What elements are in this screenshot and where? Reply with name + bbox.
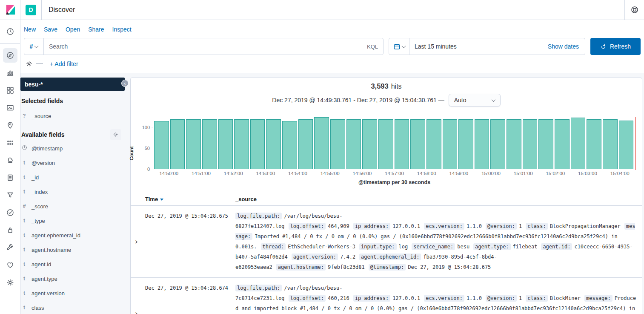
histogram-bar[interactable] [314, 117, 329, 169]
nav-management-icon[interactable] [3, 275, 17, 290]
field-item-_index[interactable]: t_index [20, 184, 125, 199]
field-name: @version [31, 160, 55, 166]
interval-select[interactable]: Auto [449, 94, 501, 107]
nav-stack-monitoring-icon[interactable] [3, 258, 17, 272]
field-settings-gear-icon[interactable] [110, 129, 121, 140]
menu-item-save[interactable]: Save [44, 26, 57, 33]
histogram-bar[interactable] [475, 119, 489, 169]
field-item-agent.ephemeral_id[interactable]: tagent.ephemeral_id [20, 228, 125, 242]
menu-item-open[interactable]: Open [66, 26, 80, 33]
nav-infrastructure-icon[interactable] [3, 170, 17, 185]
y-axis-tick-label: 0 [147, 167, 150, 172]
histogram-bar[interactable] [202, 119, 217, 169]
histogram-bar[interactable] [346, 119, 361, 169]
histogram-bar[interactable] [619, 121, 634, 169]
help-icon[interactable] [624, 0, 644, 20]
histogram-bar[interactable] [298, 119, 313, 169]
discover-results-panel: 3,593hits Dec 27, 2019 @ 14:49:30.761 - … [130, 78, 642, 314]
histogram-bar[interactable] [538, 119, 553, 169]
field-item-_id[interactable]: t_id [20, 170, 125, 184]
histogram-bar[interactable] [362, 119, 377, 169]
histogram-bar[interactable] [266, 119, 281, 169]
field-item-@timestamp[interactable]: @timestamp [20, 141, 125, 156]
time-range-value[interactable]: Last 15 minutes [409, 43, 548, 50]
histogram-bar[interactable] [234, 119, 249, 169]
histogram-bar[interactable] [603, 119, 618, 169]
kql-language-toggle[interactable]: KQL [362, 43, 383, 50]
nav-discover-icon[interactable] [3, 48, 17, 63]
histogram-bar[interactable] [458, 119, 473, 169]
field-key-badge: ecs.version: [424, 223, 464, 230]
menu-item-share[interactable]: Share [88, 26, 104, 33]
index-pattern-selector[interactable]: besu-* [20, 78, 125, 91]
histogram-bar[interactable] [218, 119, 233, 169]
histogram-bar[interactable] [395, 119, 409, 169]
expand-row-button[interactable]: › [134, 211, 145, 272]
field-item-@version[interactable]: t@version [20, 156, 125, 170]
histogram-bar[interactable] [587, 119, 601, 169]
field-item-agent.id[interactable]: tagent.id [20, 257, 125, 271]
nav-logs-icon[interactable] [3, 153, 17, 167]
x-axis-tick-label: 14:53:00 [256, 171, 275, 176]
histogram-bar[interactable] [378, 119, 393, 169]
saved-query-menu-button[interactable]: # [24, 38, 44, 55]
top-bar: D Discover [0, 0, 644, 20]
x-axis-tick-label: 14:58:00 [417, 171, 436, 176]
histogram-bar[interactable] [426, 119, 441, 169]
nav-dev-tools-icon[interactable] [3, 240, 17, 255]
menu-item-inspect[interactable]: Inspect [112, 26, 132, 33]
histogram-bar[interactable] [330, 119, 345, 169]
expand-row-button[interactable]: › [134, 283, 145, 314]
divider [41, 0, 42, 20]
histogram-bar[interactable] [282, 121, 297, 169]
nav-canvas-icon[interactable] [3, 101, 17, 115]
field-key-badge: @timestamp: [369, 264, 406, 271]
kibana-logo[interactable] [0, 4, 20, 15]
filter-settings-gear-icon[interactable] [26, 60, 33, 67]
histogram-bar[interactable] [571, 118, 586, 169]
sort-descending-icon[interactable] [160, 199, 163, 201]
histogram-bar[interactable] [186, 119, 201, 169]
nav-apm-icon[interactable] [3, 188, 17, 202]
histogram-bar[interactable] [490, 119, 505, 169]
histogram-bar[interactable] [523, 119, 538, 169]
field-name: _score [31, 203, 48, 210]
time-column-header[interactable]: Time [145, 196, 235, 202]
field-name: _source [31, 113, 51, 119]
field-item-agent.type[interactable]: tagent.type [20, 271, 125, 286]
row-timestamp: Dec 27, 2019 @ 15:04:28.674 [145, 283, 235, 314]
nav-maps-icon[interactable] [3, 118, 17, 133]
field-item-_type[interactable]: t_type [20, 213, 125, 228]
histogram-bar[interactable] [170, 119, 185, 169]
documents-table: Time _source ›Dec 27, 2019 @ 15:04:28.67… [131, 193, 642, 314]
calendar-button[interactable] [389, 38, 409, 55]
collapse-sidebar-button[interactable]: ‹ [121, 80, 129, 87]
histogram-bar[interactable] [250, 119, 265, 169]
field-item-_source[interactable]: ?_source [20, 109, 125, 123]
add-filter-button[interactable]: + Add filter [50, 60, 78, 67]
field-value: 1 [519, 223, 522, 229]
nav-uptime-icon[interactable] [3, 205, 17, 220]
nav-dashboard-icon[interactable] [3, 83, 17, 98]
menu-item-new[interactable]: New [24, 26, 36, 33]
histogram-bar[interactable] [555, 119, 570, 169]
histogram-bar[interactable] [507, 119, 521, 169]
field-item-agent.hostname[interactable]: tagent.hostname [20, 242, 125, 257]
field-value: 464,909 [328, 223, 349, 229]
nav-visualize-icon[interactable] [3, 66, 17, 80]
refresh-button[interactable]: Refresh [590, 38, 641, 55]
field-item-agent.version[interactable]: tagent.version [20, 286, 125, 300]
field-item-_score[interactable]: #_score [20, 199, 125, 213]
search-input[interactable] [44, 43, 362, 50]
nav-siem-icon[interactable] [3, 223, 17, 237]
histogram-bar[interactable] [443, 119, 458, 169]
field-item-class[interactable]: tclass [20, 300, 125, 314]
available-fields-heading: Available fields [21, 131, 64, 138]
nav-machine-learning-icon[interactable] [3, 135, 17, 150]
app-badge[interactable]: D [26, 5, 36, 15]
time-range-summary: Dec 27, 2019 @ 14:49:30.761 - Dec 27, 20… [272, 97, 444, 104]
histogram-bar[interactable] [410, 119, 425, 169]
show-dates-link[interactable]: Show dates [548, 43, 585, 50]
nav-recently-viewed-icon[interactable] [3, 24, 17, 39]
histogram-bar[interactable] [154, 121, 169, 169]
